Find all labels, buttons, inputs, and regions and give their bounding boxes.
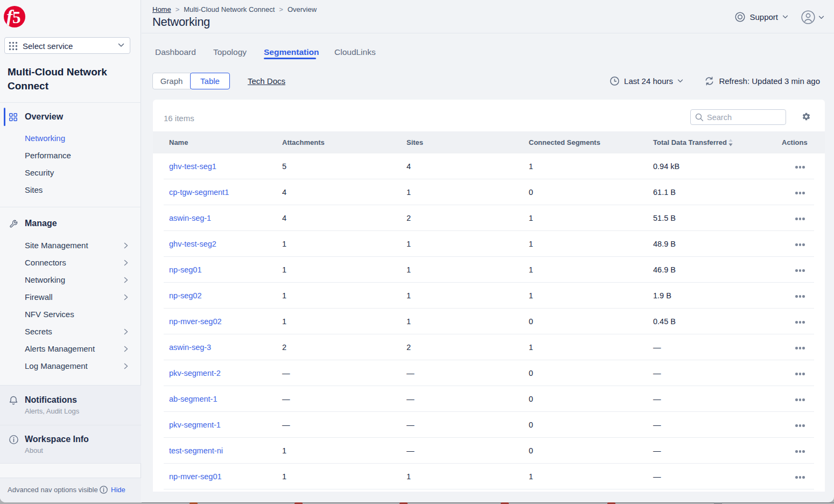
svg-text:5: 5 — [12, 8, 21, 27]
